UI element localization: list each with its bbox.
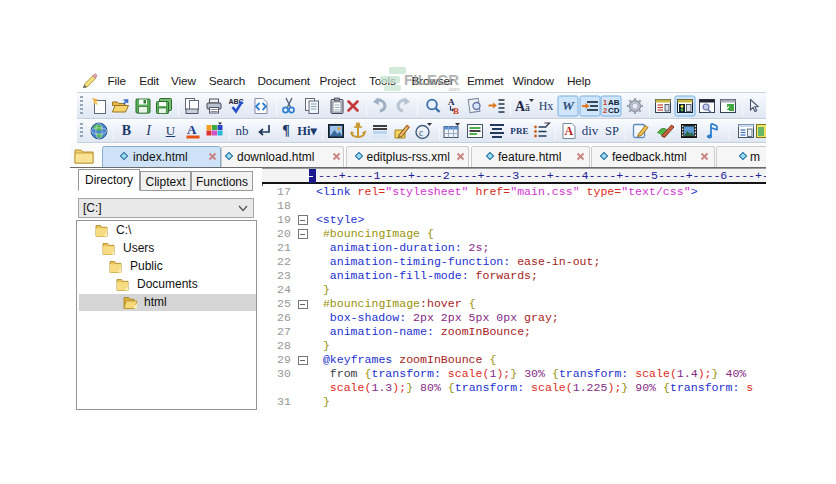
- svg-text:A: A: [187, 122, 197, 137]
- svg-text:A: A: [565, 124, 574, 138]
- svg-text:c: c: [419, 128, 423, 138]
- svg-text:ã: ã: [525, 101, 530, 113]
- svg-text:2: 2: [603, 106, 607, 115]
- svg-text:CD: CD: [608, 106, 620, 115]
